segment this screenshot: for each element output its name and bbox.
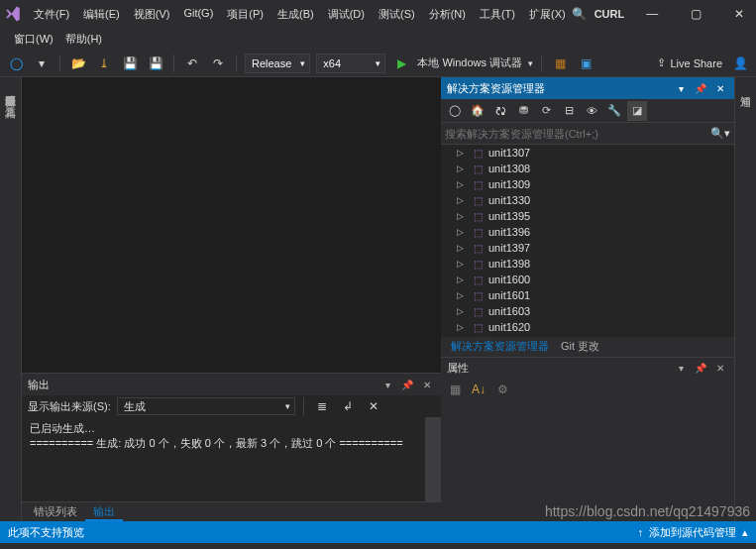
- save-icon[interactable]: 💾: [120, 54, 140, 73]
- status-right[interactable]: 添加到源代码管理: [649, 525, 736, 540]
- menu-help[interactable]: 帮助(H): [59, 30, 108, 49]
- right-tab-notifications[interactable]: 通知: [735, 81, 756, 93]
- output-dropdown-icon[interactable]: ▾: [379, 377, 395, 392]
- solution-tree[interactable]: ▷⬚unit1307▷⬚unit1308▷⬚unit1309▷⬚unit1330…: [441, 145, 734, 337]
- expand-icon[interactable]: ▷: [457, 195, 467, 205]
- tree-label: unit1330: [488, 194, 530, 206]
- output-wrap-icon[interactable]: ✕: [364, 396, 383, 416]
- nav-fwd-icon[interactable]: ▾: [32, 54, 52, 73]
- nav-back-icon[interactable]: ◯: [6, 54, 26, 73]
- output-pin-icon[interactable]: 📌: [399, 377, 415, 392]
- tree-item[interactable]: ▷⬚unit1600: [441, 272, 734, 287]
- tab-output[interactable]: 输出: [85, 502, 123, 521]
- play-icon[interactable]: ▶: [391, 54, 411, 73]
- tab-sln-explorer[interactable]: 解决方案资源管理器: [445, 337, 555, 357]
- tree-item[interactable]: ▷⬚unit1620: [441, 319, 734, 335]
- sln-prop-icon[interactable]: 🔧: [604, 101, 624, 121]
- sln-search-input[interactable]: [445, 128, 710, 140]
- tree-item[interactable]: ▷⬚unit1603: [441, 303, 734, 319]
- menu-analyze[interactable]: 分析(N): [423, 4, 472, 25]
- left-tab-toolbox[interactable]: 工具箱: [0, 93, 21, 105]
- output-toggle-icon[interactable]: ↲: [338, 396, 358, 416]
- search-icon[interactable]: 🔍: [572, 7, 587, 21]
- sln-collapse-icon[interactable]: ⊟: [559, 101, 579, 121]
- live-share-button[interactable]: ⇪ Live Share: [657, 56, 722, 69]
- expand-icon[interactable]: ▷: [457, 179, 467, 189]
- sln-refresh-icon[interactable]: ⟳: [536, 101, 556, 121]
- tab-git-changes[interactable]: Git 更改: [555, 337, 605, 357]
- sln-home-icon[interactable]: 🏠: [468, 101, 487, 121]
- sln-close-icon[interactable]: ✕: [712, 80, 728, 96]
- menu-test[interactable]: 测试(S): [373, 4, 421, 25]
- new-icon[interactable]: 📂: [68, 54, 88, 73]
- output-title: 输出: [28, 378, 50, 392]
- output-clear-icon[interactable]: ≣: [312, 396, 332, 416]
- status-scm-icon[interactable]: ↑: [638, 526, 644, 538]
- tab-error-list[interactable]: 错误列表: [26, 502, 85, 521]
- expand-icon[interactable]: ▷: [457, 211, 467, 221]
- tree-item[interactable]: ▷⬚unit1309: [441, 176, 734, 192]
- expand-icon[interactable]: ▷: [457, 243, 467, 253]
- project-title: CURL: [594, 8, 625, 20]
- minimize-button[interactable]: —: [632, 2, 672, 26]
- expand-icon[interactable]: ▷: [457, 227, 467, 237]
- menu-git[interactable]: Git(G): [177, 4, 219, 25]
- sln-search-go-icon[interactable]: 🔍▾: [710, 127, 730, 140]
- menu-view[interactable]: 视图(V): [128, 4, 176, 25]
- tb-icon-1[interactable]: ▦: [550, 54, 570, 73]
- platform-select[interactable]: x64: [316, 54, 385, 73]
- debugger-label[interactable]: 本地 Windows 调试器: [417, 55, 522, 70]
- prop-cat-icon[interactable]: ▦: [445, 380, 465, 399]
- menu-file[interactable]: 文件(F): [28, 4, 75, 25]
- expand-icon[interactable]: ▷: [457, 290, 467, 300]
- tree-item[interactable]: ▷⬚unit1395: [441, 208, 734, 224]
- undo-icon[interactable]: ↶: [182, 54, 202, 73]
- admin-icon[interactable]: 👤: [730, 54, 750, 73]
- scrollbar[interactable]: [425, 417, 441, 501]
- tree-item[interactable]: ▷⬚unit1601: [441, 287, 734, 303]
- prop-az-icon[interactable]: A↓: [469, 380, 488, 399]
- sln-pin-icon[interactable]: 📌: [693, 80, 708, 96]
- project-icon: ⬚: [471, 320, 485, 334]
- tree-item[interactable]: ▷⬚unit1308: [441, 161, 734, 176]
- prop-events-icon[interactable]: ⚙: [492, 380, 512, 399]
- expand-icon[interactable]: ▷: [457, 274, 467, 284]
- sln-show-icon[interactable]: 👁: [582, 101, 601, 121]
- menu-extensions[interactable]: 扩展(X): [523, 4, 572, 25]
- menu-edit[interactable]: 编辑(E): [77, 4, 126, 25]
- prop-dropdown-icon[interactable]: ▾: [673, 360, 689, 376]
- left-tab-server[interactable]: 服务器资源管理器: [0, 81, 21, 93]
- save-all-icon[interactable]: 💾: [146, 54, 165, 73]
- sln-sync-icon[interactable]: 🗘: [490, 101, 510, 121]
- menu-project[interactable]: 项目(P): [221, 4, 270, 25]
- menu-tools[interactable]: 工具(T): [474, 4, 521, 25]
- maximize-button[interactable]: ▢: [676, 2, 715, 26]
- menu-window[interactable]: 窗口(W): [8, 30, 59, 49]
- close-button[interactable]: ✕: [719, 2, 756, 26]
- prop-close-icon[interactable]: ✕: [712, 360, 728, 376]
- expand-icon[interactable]: ▷: [457, 148, 467, 158]
- tb-icon-2[interactable]: ▣: [576, 54, 595, 73]
- config-select[interactable]: Release: [245, 54, 310, 73]
- sln-dropdown-icon[interactable]: ▾: [673, 80, 689, 96]
- expand-icon[interactable]: ▷: [457, 322, 467, 332]
- expand-icon[interactable]: ▷: [457, 306, 467, 316]
- open-icon[interactable]: ⤓: [94, 54, 114, 73]
- tree-item[interactable]: ▷⬚unit1330: [441, 192, 734, 208]
- expand-icon[interactable]: ▷: [457, 164, 467, 173]
- menu-build[interactable]: 生成(B): [271, 4, 320, 25]
- tree-item[interactable]: ▷⬚unit1398: [441, 256, 734, 272]
- project-icon: ⬚: [471, 304, 485, 318]
- menu-debug[interactable]: 调试(D): [322, 4, 371, 25]
- redo-icon[interactable]: ↷: [208, 54, 228, 73]
- tree-item[interactable]: ▷⬚unit1397: [441, 240, 734, 256]
- sln-preview-icon[interactable]: ◪: [627, 101, 647, 121]
- tree-item[interactable]: ▷⬚unit1307: [441, 145, 734, 161]
- prop-pin-icon[interactable]: 📌: [693, 360, 708, 376]
- sln-filter-icon[interactable]: ⛃: [513, 101, 533, 121]
- sln-back-icon[interactable]: ◯: [445, 101, 465, 121]
- expand-icon[interactable]: ▷: [457, 259, 467, 269]
- output-source-select[interactable]: 生成: [117, 397, 295, 415]
- output-close-icon[interactable]: ✕: [419, 377, 435, 392]
- tree-item[interactable]: ▷⬚unit1396: [441, 224, 734, 240]
